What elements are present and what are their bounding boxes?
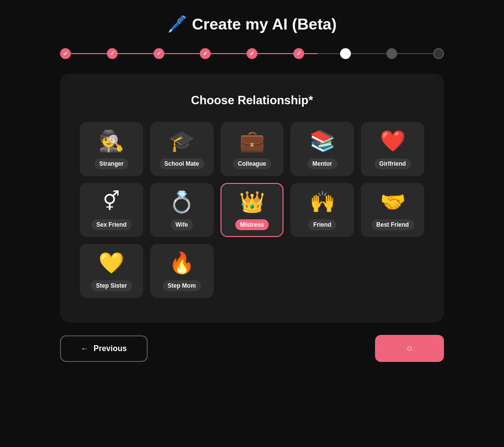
mentor-label: Mentor	[308, 158, 337, 169]
mistress-label: Mistress	[235, 219, 269, 230]
step-sister-emoji: 💛	[98, 253, 124, 273]
step-mom-label: Step Mom	[163, 280, 201, 291]
step-3	[154, 48, 164, 59]
mistress-emoji: 👑	[239, 192, 265, 212]
rel-sex-friend[interactable]: ⚥ Sex Friend	[80, 183, 143, 237]
colleague-emoji: 💼	[239, 131, 265, 151]
rel-mistress[interactable]: 👑 Mistress	[220, 183, 284, 237]
main-card: Choose Relationship* 🕵️ Stranger 🎓 Schoo…	[60, 74, 444, 323]
girlfriend-emoji: ❤️	[380, 131, 406, 151]
school-mate-label: School Mate	[159, 158, 204, 169]
wife-emoji: 💍	[169, 192, 194, 212]
stranger-label: Stranger	[94, 158, 128, 169]
page-title: 🖊️ Create my AI (Beta)	[167, 15, 337, 33]
mentor-emoji: 📚	[310, 131, 335, 151]
progress-steps	[60, 48, 444, 59]
step-1	[60, 48, 71, 59]
prev-arrow-icon: ←	[81, 344, 89, 353]
step-6	[293, 48, 304, 59]
rel-step-sister[interactable]: 💛 Step Sister	[80, 244, 143, 298]
rel-colleague[interactable]: 💼 Colleague	[220, 122, 284, 176]
rel-friend[interactable]: 🙌 Friend	[290, 183, 354, 237]
best-friend-emoji: 🤝	[380, 192, 406, 212]
rel-best-friend[interactable]: 🤝 Best Friend	[361, 183, 424, 237]
wife-label: Wife	[171, 219, 193, 230]
next-icon: ○	[407, 343, 412, 354]
step-5	[247, 48, 257, 59]
sex-friend-label: Sex Friend	[92, 219, 131, 230]
bottom-bar: ← Previous ○	[60, 335, 444, 362]
stranger-emoji: 🕵️	[98, 131, 124, 151]
step-mom-emoji: 🔥	[169, 253, 194, 273]
rel-girlfriend[interactable]: ❤️ Girlfriend	[361, 122, 424, 176]
section-title: Choose Relationship*	[80, 93, 424, 107]
next-button[interactable]: ○	[375, 335, 444, 362]
rel-stranger[interactable]: 🕵️ Stranger	[80, 122, 143, 176]
title-text: Create my AI (Beta)	[192, 15, 337, 33]
step-2	[107, 48, 118, 59]
rel-school-mate[interactable]: 🎓 School Mate	[150, 122, 214, 176]
step-8	[386, 48, 397, 59]
pencil-icon: 🖊️	[167, 15, 187, 33]
friend-label: Friend	[308, 219, 336, 230]
prev-button-label: Previous	[94, 344, 127, 353]
relationship-grid: 🕵️ Stranger 🎓 School Mate 💼 Colleague 📚 …	[80, 122, 424, 298]
progress-bar	[60, 48, 444, 59]
rel-mentor[interactable]: 📚 Mentor	[290, 122, 354, 176]
step-4	[200, 48, 211, 59]
friend-emoji: 🙌	[310, 192, 335, 212]
step-sister-label: Step Sister	[91, 280, 132, 291]
step-9	[433, 48, 444, 59]
sex-friend-emoji: ⚥	[103, 192, 120, 210]
rel-step-mom[interactable]: 🔥 Step Mom	[150, 244, 214, 298]
rel-wife[interactable]: 💍 Wife	[150, 183, 214, 237]
previous-button[interactable]: ← Previous	[60, 335, 148, 362]
girlfriend-label: Girlfriend	[375, 158, 411, 169]
best-friend-label: Best Friend	[372, 219, 414, 230]
step-7	[340, 48, 351, 59]
colleague-label: Colleague	[233, 158, 271, 169]
school-mate-emoji: 🎓	[169, 131, 194, 151]
